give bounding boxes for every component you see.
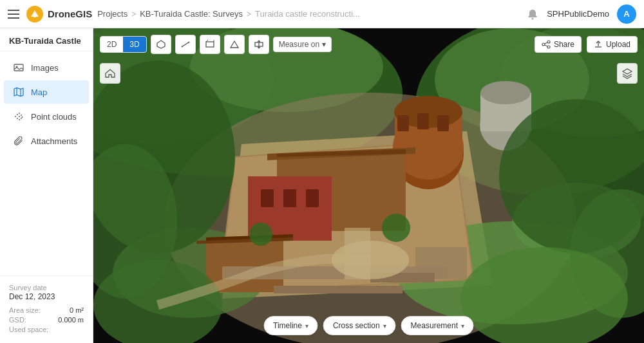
share-button[interactable]: Share — [535, 36, 582, 53]
measurement-label: Measurement — [411, 321, 458, 330]
svg-line-65 — [188, 42, 189, 43]
map-icon — [13, 86, 24, 98]
toolbar-right: Share Upload — [535, 36, 638, 53]
area-tool-icon — [205, 39, 215, 50]
sidebar-bottom: Survey date Dec 12, 2023 Area size: 0 m²… — [0, 275, 93, 343]
height-tool-button[interactable] — [249, 35, 269, 54]
breadcrumb-sep-2: > — [247, 10, 251, 19]
sidebar-nav: Images Map — [0, 51, 93, 275]
map-toolbar: 2D 3D — [100, 35, 638, 54]
logo-area: DroneGIS — [26, 5, 92, 23]
measurement-button[interactable]: Measurement ▾ — [401, 316, 474, 335]
sidebar-item-map-label: Map — [31, 88, 47, 97]
svg-point-2 — [532, 17, 534, 19]
sidebar-item-point-clouds[interactable]: Point clouds — [4, 105, 89, 128]
upload-label: Upload — [606, 40, 630, 49]
svg-rect-44 — [283, 189, 296, 207]
svg-rect-35 — [437, 115, 449, 131]
view-2d-button[interactable]: 2D — [100, 37, 123, 52]
svg-line-64 — [182, 46, 183, 47]
measure-label: Measure on — [279, 40, 319, 49]
map-layers-button[interactable] — [617, 63, 638, 84]
svg-rect-45 — [306, 189, 319, 207]
svg-point-38 — [480, 81, 531, 104]
sidebar-item-point-clouds-label: Point clouds — [31, 112, 77, 122]
used-space-row: Used space: — [9, 326, 84, 333]
timeline-label: Timeline — [273, 321, 302, 330]
svg-point-14 — [21, 118, 22, 119]
area-size-value: 0 m² — [70, 306, 84, 314]
breadcrumb-projects[interactable]: Projects — [97, 9, 128, 19]
sidebar: KB-Turaida Castle Images — [0, 28, 93, 343]
sidebar-item-images[interactable]: Images — [4, 56, 89, 79]
survey-date-label: Survey date — [9, 284, 84, 292]
svg-point-55 — [249, 223, 272, 246]
breadcrumb-sep-1: > — [131, 10, 136, 19]
upload-button[interactable]: Upload — [587, 36, 638, 53]
svg-rect-66 — [206, 42, 214, 47]
height-tool-icon — [254, 39, 264, 50]
measure-chevron-icon: ▾ — [322, 40, 326, 49]
svg-rect-34 — [417, 113, 429, 129]
svg-rect-43 — [261, 189, 274, 207]
map-home-button[interactable] — [100, 63, 120, 84]
map-container[interactable]: 2D 3D — [93, 28, 644, 343]
gsd-value: 0.000 m — [58, 316, 84, 324]
triangle-tool-button[interactable] — [224, 35, 245, 54]
hamburger-menu-icon[interactable] — [8, 8, 21, 21]
topbar: DroneGIS Projects > KB-Turaida Castle: S… — [0, 0, 644, 28]
used-space-label: Used space: — [9, 326, 48, 333]
main-layout: KB-Turaida Castle Images — [0, 28, 644, 343]
svg-point-1 — [33, 14, 37, 17]
home-icon — [104, 68, 116, 79]
topbar-right: SPHPublicDemo A — [526, 5, 636, 24]
svg-point-73 — [542, 43, 545, 46]
svg-point-11 — [19, 116, 20, 117]
svg-rect-33 — [397, 115, 409, 131]
svg-point-72 — [547, 46, 550, 48]
svg-point-7 — [15, 116, 16, 117]
triangle-tool-icon — [229, 39, 240, 50]
gsd-row: GSD: 0.000 m — [9, 316, 84, 324]
view-3d-button[interactable]: 3D — [123, 37, 146, 52]
sidebar-item-images-label: Images — [31, 63, 59, 73]
point-clouds-icon — [13, 111, 24, 122]
sidebar-item-map[interactable]: Map — [4, 80, 89, 104]
area-tool-button[interactable] — [200, 35, 220, 54]
sidebar-title: KB-Turaida Castle — [0, 28, 93, 51]
svg-point-12 — [19, 119, 20, 120]
polygon-tool-button[interactable] — [151, 35, 171, 54]
svg-point-56 — [382, 214, 410, 242]
measurement-chevron-icon: ▾ — [461, 322, 464, 329]
timeline-button[interactable]: Timeline ▾ — [263, 316, 318, 335]
cross-section-label: Cross section — [333, 321, 380, 330]
avatar[interactable]: A — [617, 5, 636, 24]
breadcrumb-surveys[interactable]: KB-Turaida Castle: Surveys — [140, 9, 243, 19]
svg-rect-3 — [14, 64, 23, 71]
svg-point-8 — [17, 114, 18, 115]
svg-point-15 — [22, 116, 23, 118]
area-size-row: Area size: 0 m² — [9, 306, 84, 314]
svg-rect-52 — [274, 286, 402, 293]
share-label: Share — [554, 40, 574, 49]
cross-section-button[interactable]: Cross section ▾ — [323, 316, 396, 335]
ruler-tool-icon — [180, 39, 191, 50]
ruler-tool-button[interactable] — [175, 35, 196, 54]
gsd-label: GSD: — [9, 316, 26, 324]
layers-icon — [621, 68, 633, 79]
breadcrumb: Projects > KB-Turaida Castle: Surveys > … — [97, 9, 360, 19]
svg-point-9 — [17, 118, 18, 119]
svg-point-10 — [19, 113, 20, 114]
notification-icon[interactable] — [526, 8, 539, 21]
map-bottom-toolbar: Timeline ▾ Cross section ▾ Measurement ▾ — [263, 316, 474, 335]
sidebar-item-attachments[interactable]: Attachments — [4, 129, 89, 153]
svg-point-13 — [21, 115, 22, 116]
topbar-left: DroneGIS Projects > KB-Turaida Castle: S… — [8, 5, 521, 23]
sidebar-item-attachments-label: Attachments — [31, 136, 77, 146]
attachments-icon — [13, 135, 24, 147]
share-icon — [542, 40, 551, 49]
measure-dropdown[interactable]: Measure on ▾ — [273, 37, 332, 52]
survey-date-value: Dec 12, 2023 — [9, 292, 84, 301]
images-icon — [13, 62, 24, 73]
cross-section-chevron-icon: ▾ — [383, 322, 386, 329]
